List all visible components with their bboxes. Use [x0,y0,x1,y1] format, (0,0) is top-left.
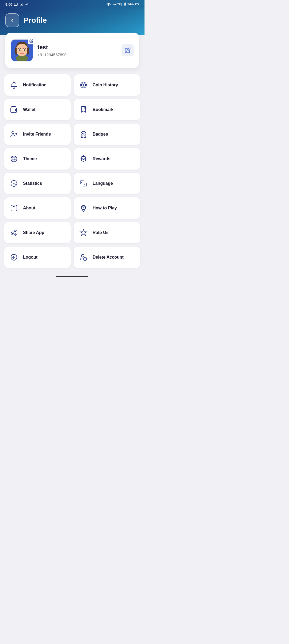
status-bar: 9:00 VoLTE 24% [0,0,144,9]
coin-icon: $ [78,80,89,90]
menu-item-theme[interactable]: Theme [4,148,71,170]
home-indicator [0,273,144,279]
svg-point-2 [108,5,109,6]
menu-item-notification[interactable]: Notification [4,74,71,96]
reward-icon [78,154,89,164]
star-icon [78,227,89,238]
page-title: Profile [24,16,47,25]
menu-label-share-app: Share App [23,230,44,235]
svg-point-26 [15,157,16,158]
menu-label-logout: Logout [23,255,37,260]
profile-phone: +911234567890 [37,52,117,57]
menu-label-about: About [23,206,35,210]
menu-label-badges: Badges [93,132,108,137]
avatar-edit-icon[interactable] [28,37,35,44]
menu-label-notification: Notification [23,83,47,87]
bookmark-icon [78,104,89,115]
menu-item-share-app[interactable]: Share App [4,222,71,243]
language-icon: A A [78,178,89,189]
menu-item-logout[interactable]: Logout [4,247,71,268]
svg-rect-5 [124,3,125,5]
svg-point-38 [14,206,14,207]
svg-point-30 [83,158,84,160]
menu-label-rewards: Rewards [93,156,111,161]
menu-label-theme: Theme [23,156,37,161]
svg-text:A: A [81,182,82,183]
svg-point-42 [15,230,16,232]
wallet-icon [9,104,19,115]
menu-item-wallet[interactable]: Wallet [4,99,71,120]
svg-point-14 [19,49,21,51]
svg-point-19 [15,110,16,111]
menu-label-bookmark: Bookmark [93,107,113,112]
bell-icon [9,80,19,90]
svg-text:$: $ [82,84,84,87]
svg-rect-29 [81,157,86,161]
svg-rect-3 [123,4,123,6]
svg-rect-6 [125,3,126,6]
menu-item-rate-us[interactable]: Rate Us [74,222,140,243]
svg-point-41 [12,232,13,233]
svg-point-28 [15,160,16,161]
menu-item-statistics[interactable]: Statistics [4,173,71,194]
status-icons: VoLTE 24% [107,2,139,6]
svg-point-21 [12,132,14,134]
menu-label-wallet: Wallet [23,107,36,112]
header: Profile [0,9,144,35]
svg-point-44 [12,234,13,235]
profile-name: test [37,44,117,51]
avatar-wrapper [11,39,33,62]
howtoplay-icon [78,203,89,213]
svg-point-40 [83,209,84,209]
menu-label-how-to-play: How to Play [93,206,117,210]
menu-item-invite-friends[interactable]: Invite Friends [4,124,71,145]
theme-icon [9,154,19,164]
menu-item-about[interactable]: About [4,197,71,219]
svg-rect-8 [135,4,136,5]
menu-label-invite-friends: Invite Friends [23,132,51,137]
profile-card: test +911234567890 [5,33,139,68]
back-button[interactable] [5,13,19,27]
menu-item-rewards[interactable]: Rewards [74,148,140,170]
profile-info: test +911234567890 [37,44,117,57]
invite-icon [9,129,19,140]
statistics-icon [9,178,19,189]
svg-point-47 [81,254,84,257]
logout-icon [9,252,19,263]
svg-point-1 [15,4,15,5]
delete-icon [78,252,89,263]
menu-label-delete-account: Delete Account [93,255,124,260]
menu-item-bookmark[interactable]: Bookmark [74,99,140,120]
badge-icon [78,129,89,140]
svg-text:A: A [84,184,85,186]
svg-point-24 [13,158,15,160]
menu-label-coin-history: Coin History [93,83,118,87]
svg-point-27 [12,160,13,161]
menu-grid: Notification $ Coin History Wallet Bookm… [0,74,144,268]
menu-item-language[interactable]: A A Language [74,173,140,194]
info-icon [9,203,19,213]
svg-point-15 [24,49,25,51]
menu-label-rate-us: Rate Us [93,230,109,235]
edit-profile-button[interactable] [121,44,134,56]
share-icon [9,227,19,238]
svg-point-25 [12,157,13,158]
menu-item-coin-history[interactable]: $ Coin History [74,74,140,96]
svg-rect-4 [124,3,124,6]
menu-label-language: Language [93,181,113,186]
menu-label-statistics: Statistics [23,181,42,186]
menu-item-how-to-play[interactable]: How to Play [74,197,140,219]
menu-item-badges[interactable]: Badges [74,124,140,145]
svg-point-45 [15,234,16,235]
menu-item-delete-account[interactable]: Delete Account [74,247,140,268]
status-time: 9:00 [5,2,29,6]
